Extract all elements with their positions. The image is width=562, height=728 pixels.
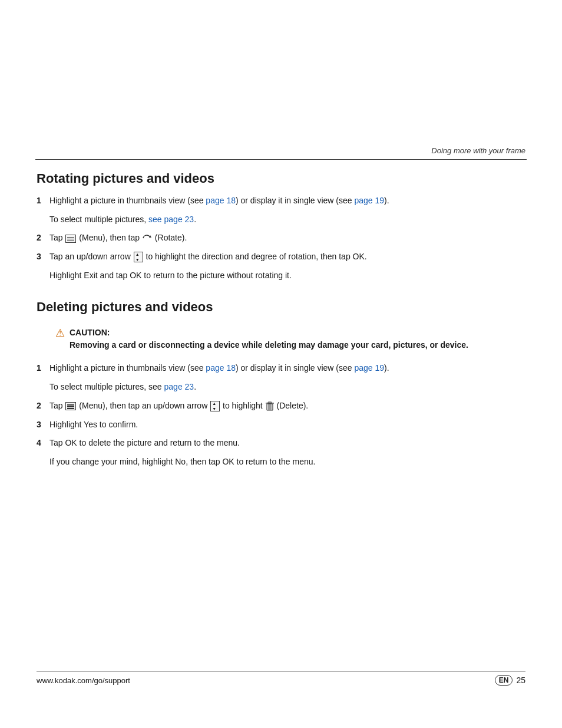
step-1-content: Highlight a picture in thumbnails view (… [49,195,525,207]
menu-icon [65,235,76,243]
page-number: 25 [516,676,525,685]
del-step-number-3: 3 [37,419,49,431]
link-page18-delete[interactable]: page 18 [206,363,236,373]
link-page23-delete[interactable]: page 23 [164,382,194,391]
caution-box: ⚠ CAUTION: Removing a card or disconnect… [49,323,525,355]
del-step-1-content: Highlight a picture in thumbnails view (… [49,362,525,375]
caution-text: CAUTION: Removing a card or disconnectin… [70,327,468,351]
svg-rect-6 [268,402,272,403]
main-content: Rotating pictures and videos 1 Highlight… [37,171,525,486]
rotating-section: Rotating pictures and videos 1 Highlight… [37,171,525,282]
page-footer: www.kodak.com/go/support EN 25 [37,671,525,686]
del-step-3-content: Highlight Yes to confirm. [49,419,525,431]
rotating-title: Rotating pictures and videos [37,171,525,186]
deleting-steps: 1 Highlight a picture in thumbnails view… [37,362,525,468]
header-rule [35,159,527,160]
step-3-content: Tap an up/down arrow to highlight the di… [49,251,525,263]
deleting-step-1: 1 Highlight a picture in thumbnails view… [37,362,525,375]
caution-label: CAUTION: [70,328,110,337]
footer-url: www.kodak.com/go/support [37,676,130,685]
rotating-step-3-note: Highlight Exit and tap OK to return to t… [49,269,525,282]
rotating-step-2: 2 Tap (Menu), then tap (Rotate). [37,232,525,245]
updown-icon-rotate [134,252,143,262]
deleting-step-4-note: If you change your mind, highlight No, t… [49,456,525,469]
link-page23-rotate[interactable]: see page 23 [148,215,194,224]
rotating-step-3: 3 Tap an up/down arrow to highlight the … [37,251,525,263]
step-number-1: 1 [37,195,49,207]
deleting-step-2: 2 Tap (Menu), then tap an up/down arrow … [37,400,525,413]
deleting-title: Deleting pictures and videos [37,299,525,315]
rotating-step-1-note: To select multiple pictures, see page 23… [49,213,525,226]
del-step-4-content: Tap OK to delete the picture and return … [49,437,525,450]
caution-icon: ⚠ [55,327,65,340]
deleting-step-1-note: To select multiple pictures, see page 23… [49,381,525,394]
caution-body: Removing a card or disconnecting a devic… [70,340,468,350]
trash-icon [266,401,274,411]
page: Doing more with your frame Rotating pict… [0,0,562,728]
deleting-step-4: 4 Tap OK to delete the picture and retur… [37,437,525,450]
del-step-number-1: 1 [37,362,49,375]
link-page18-rotate[interactable]: page 18 [206,196,236,205]
del-step-number-2: 2 [37,400,49,413]
rotating-step-1: 1 Highlight a picture in thumbnails view… [37,195,525,207]
del-step-number-4: 4 [37,437,49,450]
link-page19-rotate[interactable]: page 19 [355,196,385,205]
link-page19-delete[interactable]: page 19 [355,363,385,373]
step-number-2: 2 [37,232,49,245]
step-number-3: 3 [37,251,49,263]
header-section-title: Doing more with your frame [431,146,525,155]
menu-icon-delete [65,402,76,410]
updown-icon-delete [210,401,220,411]
rotating-steps: 1 Highlight a picture in thumbnails view… [37,195,525,282]
del-step-2-content: Tap (Menu), then tap an up/down arrow to… [49,400,525,413]
deleting-section: Deleting pictures and videos ⚠ CAUTION: … [37,299,525,468]
rotate-icon [143,234,152,243]
lang-badge: EN [495,675,513,686]
footer-page-num: EN 25 [495,675,525,686]
deleting-step-3: 3 Highlight Yes to confirm. [37,419,525,431]
step-2-content: Tap (Menu), then tap (Rotate). [49,232,525,245]
